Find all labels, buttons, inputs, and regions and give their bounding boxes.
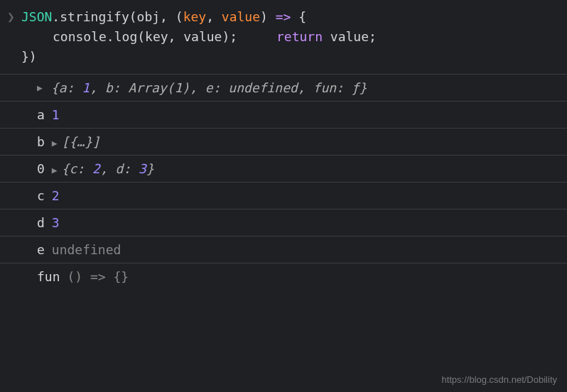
token-key: key (183, 9, 207, 24)
log-value: () => {} (68, 269, 129, 284)
log-key: a (37, 107, 45, 122)
log-key: fun (37, 269, 60, 284)
expand-icon[interactable]: ▶ (52, 165, 58, 175)
log-value: 2 (52, 188, 60, 203)
token-value: value (222, 9, 260, 24)
log-key: 0 (37, 161, 45, 176)
token-stringify: stringify (60, 9, 129, 24)
log-row-b[interactable]: b ▶[{…}] (0, 129, 567, 156)
log-value: undefined (52, 242, 122, 257)
expand-icon[interactable]: ▶ (52, 138, 58, 148)
log-value: 3 (52, 215, 60, 230)
token-return: return (276, 29, 323, 44)
log-row-object-preview[interactable]: ▶ {a: 1, b: Array(1), e: undefined, fun:… (0, 75, 567, 102)
log-key: c (37, 188, 45, 203)
code-line-4: }) (21, 47, 558, 67)
console-input[interactable]: ❯ JSON.stringify(obj, (key, value) => { … (0, 0, 567, 75)
token-arrow: => (276, 9, 291, 24)
log-key: b (37, 134, 45, 149)
code-line-3: return value; (245, 27, 377, 47)
log-row-0[interactable]: 0 ▶{c: 2, d: 3} (0, 156, 567, 183)
log-value: ▶{c: 2, d: 3} (52, 161, 154, 176)
log-row-e[interactable]: e undefined (0, 236, 567, 263)
log-row-c[interactable]: c 2 (0, 183, 567, 209)
object-preview: {a: 1, b: Array(1), e: undefined, fun: ƒ… (51, 80, 367, 95)
log-value: 1 (52, 107, 60, 122)
code-line-2: console.log(key, value); (21, 27, 237, 47)
log-row-fun[interactable]: fun () => {} (0, 263, 567, 290)
log-value: ▶[{…}] (52, 134, 100, 149)
log-key: d (37, 215, 45, 230)
log-row-d[interactable]: d 3 (0, 209, 567, 236)
log-key: e (37, 242, 45, 257)
log-row-a[interactable]: a 1 (0, 102, 567, 129)
watermark: https://blog.csdn.net/Dobility (441, 374, 557, 385)
token-json: JSON (21, 9, 52, 24)
expand-icon[interactable]: ▶ (37, 82, 43, 93)
prompt-icon: ❯ (7, 7, 15, 27)
code-line-1: JSON.stringify(obj, (key, value) => { (21, 7, 558, 27)
